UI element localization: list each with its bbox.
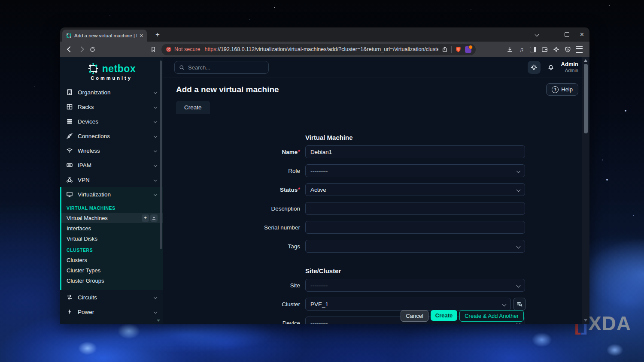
sidebar-item-label: Wireless [78,148,100,154]
netbox-app: netbox Community Organization Racks [60,57,589,324]
new-tab-button[interactable]: + [152,29,163,40]
browser-tab[interactable]: Add a new virtual machine | Ne ✕ [62,30,147,42]
search-icon [179,65,185,70]
help-label: Help [561,86,573,93]
media-button[interactable]: ♫ [516,44,527,55]
xda-text: XDA [588,312,631,335]
notifications-button[interactable] [547,64,554,71]
server-stack-icon [66,118,73,125]
brave-shield-icon[interactable] [455,46,462,53]
sidebar-item-clusters[interactable]: Clusters [61,255,163,265]
reload-icon [89,46,96,53]
theme-toggle-button[interactable] [528,61,541,74]
status-select[interactable]: Active [305,183,525,196]
maximize-button[interactable] [559,27,574,42]
sidebar-item-virtualization[interactable]: Virtualization [61,187,163,202]
reload-button[interactable] [87,44,98,55]
rack-grid-icon [66,103,73,110]
sidebar-item-cluster-types[interactable]: Cluster Types [61,265,163,275]
close-button[interactable]: ✕ [574,27,589,42]
role-select[interactable]: --------- [305,164,525,177]
sidebar-item-interfaces[interactable]: Interfaces [61,223,163,233]
name-label: Name* [163,149,305,155]
cancel-button[interactable]: Cancel [401,310,428,322]
bell-icon [547,64,554,71]
wallet-button[interactable] [539,44,550,55]
tags-select[interactable] [305,240,525,253]
menu-button[interactable] [574,44,585,55]
sidebar-item-ipam[interactable]: IPAM [60,158,163,172]
side-panel-button[interactable] [527,44,539,55]
chevron-down-icon [154,149,157,152]
create-add-another-button[interactable]: Create & Add Another [459,310,524,322]
search-input[interactable]: Search... [174,61,269,74]
not-secure-label: Not secure [174,46,200,52]
chevron-down-icon [516,244,521,248]
not-secure-badge[interactable]: Not secure [166,46,204,52]
user-name: Admin [561,61,578,68]
sidebar-item-power[interactable]: Power [60,305,163,319]
scroll-down-icon[interactable] [584,319,587,322]
extension-icon[interactable] [465,46,471,53]
back-button[interactable] [64,44,76,55]
app-topbar: Search... Admin Admin [163,57,589,78]
add-button[interactable]: + [142,214,149,222]
sidebar-scroll-down-icon[interactable] [157,320,160,322]
sidebar-item-racks[interactable]: Racks [60,100,163,114]
download-icon [507,46,513,53]
sidebar-item-vpn[interactable]: VPN [60,172,163,187]
tab-title: Add a new virtual machine | Ne [74,33,137,38]
sidebar-item-virtual-disks[interactable]: Virtual Disks [61,233,163,244]
url-scheme: https [204,46,216,52]
cluster-select[interactable]: PVE_1 [305,298,511,311]
minimize-button[interactable]: – [544,27,559,42]
chevron-down-icon [154,163,157,167]
sidebar-item-devices[interactable]: Devices [60,114,163,129]
description-input[interactable] [305,202,525,215]
vpn-button[interactable] [562,44,574,55]
netbox-edition: Community [60,75,163,81]
network-nodes-icon [66,176,73,183]
form-row-cluster: Cluster PVE_1 [163,298,589,311]
import-button[interactable] [150,214,158,222]
serial-input[interactable] [305,221,525,234]
netbox-wordmark: netbox [102,63,136,75]
site-label: Site [163,282,305,289]
sparkle-icon [553,46,559,53]
power-bolt-icon [66,308,73,315]
forward-button[interactable] [76,44,87,55]
sidebar-nav: Organization Racks Devices [60,85,163,187]
required-marker: * [298,187,300,193]
sidebar-item-virtual-machines[interactable]: Virtual Machines + [61,213,163,223]
share-icon[interactable] [442,46,448,52]
sidebar-item-label: Devices [78,118,98,125]
tab-close-icon[interactable]: ✕ [140,33,143,39]
name-input[interactable]: Debian1 [305,145,525,158]
help-button[interactable]: ? Help [546,83,578,96]
address-bar[interactable]: Not secure https://192.168.0.112/virtual… [161,44,476,55]
sidebar-item-connections[interactable]: Connections [60,129,163,143]
create-button[interactable]: Create [431,310,457,321]
scrollbar-thumb[interactable] [584,64,588,133]
scroll-up-icon[interactable] [584,59,587,62]
sidebar-item-circuits[interactable]: Circuits [60,290,163,305]
sidebar-item-organization[interactable]: Organization [60,85,163,100]
sidebar-scrollbar[interactable] [160,60,162,249]
tab-search-button[interactable] [529,27,544,42]
site-select[interactable]: --------- [305,279,525,292]
main-content: Search... Admin Admin [163,57,589,324]
browser-tab-strip: Add a new virtual machine | Ne ✕ + – ✕ [60,27,589,42]
sidebar-item-cluster-groups[interactable]: Cluster Groups [61,275,163,286]
cluster-browse-button[interactable] [513,298,526,311]
leo-ai-button[interactable] [550,44,562,55]
page-scrollbar[interactable] [582,57,589,324]
user-menu[interactable]: Admin Admin [561,61,578,73]
tab-create[interactable]: Create [176,101,210,114]
sidebar-item-wireless[interactable]: Wireless [60,143,163,158]
window-controls: – ✕ [529,27,589,42]
downloads-button[interactable] [504,44,516,55]
forward-icon [78,46,84,52]
netbox-logo[interactable]: netbox [60,57,163,75]
question-icon: ? [552,86,559,93]
bookmark-button[interactable] [148,44,159,55]
